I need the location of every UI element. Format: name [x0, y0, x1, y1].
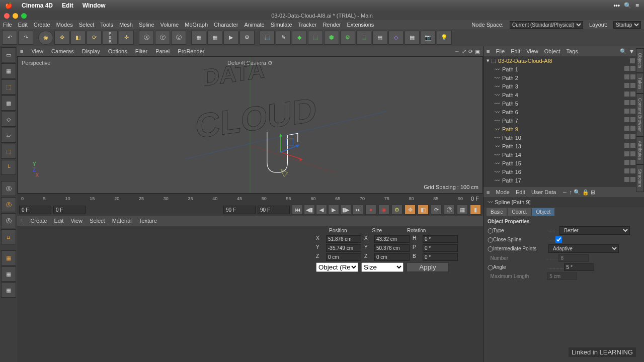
attr-search-icon[interactable]: 🔍 [574, 189, 581, 195]
menu-mograph[interactable]: MoGraph [185, 22, 208, 28]
obj-item[interactable]: 〰 Path 6✓ [484, 108, 644, 116]
menu-render[interactable]: Render [323, 22, 341, 28]
snap-s2-icon[interactable]: Ⓢ [1, 197, 16, 212]
obj-hamburger-icon[interactable]: ≡ [487, 48, 490, 54]
attr-hamburger-icon[interactable]: ≡ [487, 189, 490, 195]
key-film-button[interactable]: ▮ [470, 205, 481, 215]
attr-menu-edit[interactable]: Edit [516, 189, 525, 195]
model-mode-icon[interactable]: ▭ [1, 47, 16, 62]
obj-item[interactable]: 〰 Path 13✓ [484, 142, 644, 150]
tab-basic[interactable]: Basic [487, 208, 507, 216]
side-tab-content[interactable]: Content Browser [636, 94, 644, 136]
select-tool[interactable]: ◉ [38, 31, 53, 45]
obj-item[interactable]: 〰 Path 1✓ [484, 65, 644, 73]
obj-root[interactable]: ▾ ⬚ 03-02-Data-Cloud-AI8 [484, 56, 644, 65]
workplane-icon[interactable]: ▩ [1, 96, 16, 111]
bulb-icon[interactable]: 💡 [437, 31, 452, 45]
menu-simulate[interactable]: Simulate [271, 22, 292, 28]
side-tab-objects[interactable]: Objects [636, 48, 644, 73]
obj-item[interactable]: 〰 Path 14✓ [484, 150, 644, 159]
layout-select[interactable]: Startup [613, 21, 641, 29]
snap-s1-icon[interactable]: Ⓢ [1, 181, 16, 196]
camera-icon[interactable]: ▤ [372, 31, 387, 45]
floor-icon[interactable]: ▦ [405, 31, 420, 45]
place-tool[interactable]: ✛ [119, 31, 134, 45]
snap-s3-icon[interactable]: Ⓢ [1, 213, 16, 228]
attr-up-icon[interactable]: ↑ [570, 189, 573, 195]
generator-icon[interactable]: ◆ [292, 31, 307, 45]
texture-mode-icon[interactable]: ▦ [1, 63, 16, 78]
obj-search-icon[interactable]: 🔍 [620, 48, 627, 55]
mat-menu-create[interactable]: Create [30, 218, 47, 224]
menu-extensions[interactable]: Extensions [347, 22, 374, 28]
type-select[interactable]: Bezier [559, 226, 630, 235]
obj-filter-icon[interactable]: ▼ [629, 48, 634, 55]
obj-menu-edit[interactable]: Edit [511, 48, 520, 54]
primitive-cube-icon[interactable]: ⬚ [260, 31, 275, 45]
axis-y-toggle[interactable]: Ⓨ [155, 31, 170, 45]
render-view-button[interactable]: ▦ [207, 31, 222, 45]
obj-item[interactable]: 〰 Path 10✓ [484, 133, 644, 142]
obj-menu-object[interactable]: Object [544, 48, 560, 54]
vp-menu-view[interactable]: View [31, 48, 43, 54]
deformer-icon[interactable]: ⬚ [308, 31, 323, 45]
pos-z-field[interactable] [326, 253, 361, 261]
attr-lock-icon[interactable]: 🔒 [582, 189, 589, 195]
close-spline-checkbox[interactable] [555, 236, 562, 243]
menu-character[interactable]: Character [214, 22, 238, 28]
magnet-icon[interactable]: ⩍ [1, 229, 16, 244]
obj-item[interactable]: 〰 Path 4✓ [484, 90, 644, 99]
axis-mode-icon[interactable]: └ [1, 160, 16, 175]
key-param-button[interactable]: Ⓟ [444, 205, 455, 215]
key-s-button[interactable]: ◧ [418, 205, 429, 215]
axis-x-toggle[interactable]: Ⓧ [139, 31, 154, 45]
timeline-ruler[interactable]: 051015202530354045505560657075808590 0 F [17, 194, 483, 204]
polygon-mode-icon[interactable]: ⬚ [1, 144, 16, 159]
menu-file[interactable]: File [3, 22, 12, 28]
time-max-field[interactable] [258, 206, 290, 214]
obj-item[interactable]: 〰 Path 3✓ [484, 82, 644, 90]
apple-icon[interactable]: 🍎 [5, 2, 13, 9]
vp-nav3-icon[interactable]: ⟳ [468, 48, 473, 55]
side-tab-attributes[interactable]: Attributes [636, 136, 644, 164]
menu-volume[interactable]: Volume [160, 22, 179, 28]
mat-menu-texture[interactable]: Texture [139, 218, 157, 224]
app-name[interactable]: Cinema 4D [22, 2, 53, 9]
mat-menu-view[interactable]: View [70, 218, 83, 224]
object-manager-list[interactable]: ▾ ⬚ 03-02-Data-Cloud-AI8 〰 Path 1✓〰 Path… [484, 56, 644, 187]
attr-add-icon[interactable]: ⊞ [591, 189, 595, 195]
grid2-icon[interactable]: ▦ [1, 266, 16, 282]
time-end-field[interactable] [223, 206, 256, 214]
time-current-field[interactable] [53, 206, 86, 214]
pos-x-field[interactable] [326, 235, 361, 243]
play-back-button[interactable]: ◀ [316, 205, 327, 215]
menu-select[interactable]: Select [79, 22, 95, 28]
side-tab-structure[interactable]: Structure [636, 164, 644, 192]
obj-menu-file[interactable]: File [496, 48, 505, 54]
light-icon[interactable]: ◇ [388, 31, 404, 45]
size-y-field[interactable] [374, 244, 410, 252]
environment-icon[interactable]: ⬢ [324, 31, 339, 45]
time-start-field[interactable] [19, 206, 51, 214]
play-render-button[interactable]: ▶ [223, 31, 238, 45]
viewport-perspective[interactable]: Perspective Default Camera ⚙ Grid Spacin… [17, 56, 483, 194]
menu-create[interactable]: Create [34, 22, 50, 28]
mac-menu-edit[interactable]: Edit [62, 2, 73, 9]
tab-object[interactable]: Object [532, 208, 554, 216]
mac-search-icon[interactable]: 🔍 [624, 2, 631, 9]
movie-camera-icon[interactable]: 📷 [421, 31, 436, 45]
obj-item[interactable]: 〰 Path 7✓ [484, 116, 644, 125]
menu-spline[interactable]: Spline [139, 22, 154, 28]
rot-h-field[interactable] [423, 235, 458, 243]
next-key-button[interactable]: ▮▶ [340, 205, 351, 215]
coord-mode2-select[interactable]: Size [361, 262, 404, 272]
key-r-button[interactable]: ⟳ [431, 205, 442, 215]
interp-select[interactable]: Adaptive [548, 244, 619, 253]
material-manager[interactable]: Position Size Rotation X X H Y Y P Z Z [17, 226, 483, 362]
attr-menu-userdata[interactable]: User Data [531, 189, 556, 195]
mac-menu-icon[interactable]: ≡ [635, 2, 639, 9]
grid3-icon[interactable]: ▦ [1, 283, 16, 298]
psr-tool[interactable]: PSR [103, 31, 118, 45]
vp-menu-display[interactable]: Display [82, 48, 100, 54]
obj-item[interactable]: 〰 Path 16✓ [484, 167, 644, 176]
